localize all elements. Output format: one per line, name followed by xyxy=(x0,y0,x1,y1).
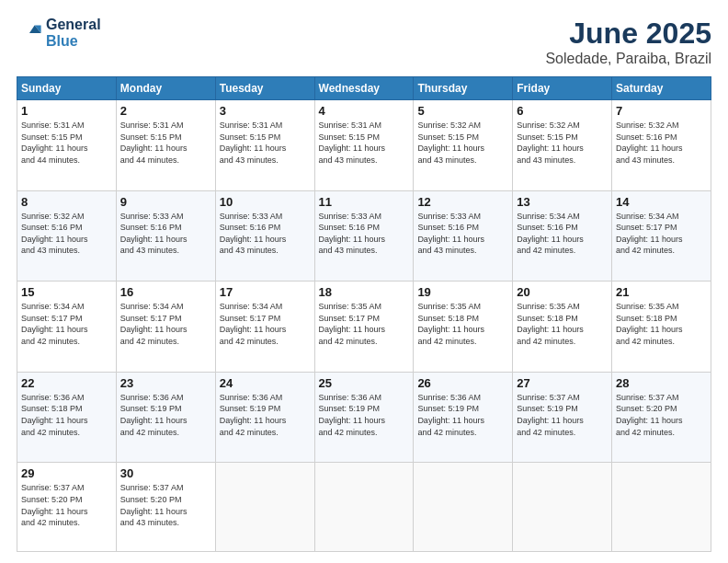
logo-general: General xyxy=(46,17,101,33)
day-number: 3 xyxy=(220,104,311,118)
calendar-header-row: Sunday Monday Tuesday Wednesday Thursday… xyxy=(17,77,711,100)
day-info: Sunrise: 5:32 AMSunset: 5:16 PMDaylight:… xyxy=(21,211,112,257)
day-info: Sunrise: 5:33 AMSunset: 5:16 PMDaylight:… xyxy=(120,211,211,257)
logo-icon xyxy=(17,20,42,46)
day-info: Sunrise: 5:37 AMSunset: 5:19 PMDaylight:… xyxy=(517,392,608,438)
day-number: 10 xyxy=(220,195,311,209)
table-row: 5Sunrise: 5:32 AMSunset: 5:15 PMDaylight… xyxy=(414,100,513,191)
day-info: Sunrise: 5:33 AMSunset: 5:16 PMDaylight:… xyxy=(319,211,410,257)
day-info: Sunrise: 5:33 AMSunset: 5:16 PMDaylight:… xyxy=(417,211,508,257)
day-number: 9 xyxy=(120,195,211,209)
table-row: 22Sunrise: 5:36 AMSunset: 5:18 PMDayligh… xyxy=(17,372,117,463)
day-number: 12 xyxy=(417,195,508,209)
day-info: Sunrise: 5:31 AMSunset: 5:15 PMDaylight:… xyxy=(220,120,311,166)
day-number: 2 xyxy=(120,104,211,118)
day-number: 6 xyxy=(517,104,608,118)
day-info: Sunrise: 5:31 AMSunset: 5:15 PMDaylight:… xyxy=(319,120,410,166)
logo: General Blue xyxy=(17,17,101,50)
day-info: Sunrise: 5:37 AMSunset: 5:20 PMDaylight:… xyxy=(21,482,112,528)
col-thursday: Thursday xyxy=(414,77,513,100)
day-info: Sunrise: 5:32 AMSunset: 5:16 PMDaylight:… xyxy=(616,120,707,166)
day-number: 5 xyxy=(417,104,508,118)
day-number: 19 xyxy=(417,285,508,299)
day-number: 7 xyxy=(616,104,707,118)
day-number: 26 xyxy=(417,376,508,390)
day-info: Sunrise: 5:36 AMSunset: 5:18 PMDaylight:… xyxy=(21,392,112,438)
day-info: Sunrise: 5:37 AMSunset: 5:20 PMDaylight:… xyxy=(120,482,211,528)
logo-text: General Blue xyxy=(46,17,101,50)
table-row xyxy=(215,463,314,552)
col-sunday: Sunday xyxy=(17,77,117,100)
day-info: Sunrise: 5:35 AMSunset: 5:18 PMDaylight:… xyxy=(517,301,608,347)
day-number: 21 xyxy=(616,285,707,299)
day-number: 17 xyxy=(220,285,311,299)
table-row: 6Sunrise: 5:32 AMSunset: 5:15 PMDaylight… xyxy=(513,100,612,191)
day-number: 16 xyxy=(120,285,211,299)
table-row: 10Sunrise: 5:33 AMSunset: 5:16 PMDayligh… xyxy=(215,190,314,282)
day-info: Sunrise: 5:34 AMSunset: 5:17 PMDaylight:… xyxy=(616,211,707,257)
table-row: 23Sunrise: 5:36 AMSunset: 5:19 PMDayligh… xyxy=(116,372,215,463)
day-info: Sunrise: 5:31 AMSunset: 5:15 PMDaylight:… xyxy=(21,120,112,166)
page: General Blue June 2025 Soledade, Paraiba… xyxy=(0,0,728,563)
day-info: Sunrise: 5:34 AMSunset: 5:17 PMDaylight:… xyxy=(21,301,112,347)
calendar-table: Sunday Monday Tuesday Wednesday Thursday… xyxy=(17,76,711,552)
col-monday: Monday xyxy=(116,77,215,100)
day-number: 28 xyxy=(616,376,707,390)
main-title: June 2025 xyxy=(545,17,711,51)
table-row: 14Sunrise: 5:34 AMSunset: 5:17 PMDayligh… xyxy=(612,190,711,282)
day-number: 30 xyxy=(120,466,211,480)
day-number: 11 xyxy=(319,195,410,209)
table-row: 25Sunrise: 5:36 AMSunset: 5:19 PMDayligh… xyxy=(314,372,414,463)
table-row: 4Sunrise: 5:31 AMSunset: 5:15 PMDaylight… xyxy=(314,100,414,191)
day-info: Sunrise: 5:36 AMSunset: 5:19 PMDaylight:… xyxy=(120,392,211,438)
day-info: Sunrise: 5:36 AMSunset: 5:19 PMDaylight:… xyxy=(220,392,311,438)
day-number: 23 xyxy=(120,376,211,390)
day-number: 18 xyxy=(319,285,410,299)
day-info: Sunrise: 5:32 AMSunset: 5:15 PMDaylight:… xyxy=(517,120,608,166)
col-saturday: Saturday xyxy=(612,77,711,100)
day-number: 14 xyxy=(616,195,707,209)
day-number: 27 xyxy=(517,376,608,390)
table-row: 12Sunrise: 5:33 AMSunset: 5:16 PMDayligh… xyxy=(414,190,513,282)
table-row: 30Sunrise: 5:37 AMSunset: 5:20 PMDayligh… xyxy=(116,463,215,552)
table-row: 20Sunrise: 5:35 AMSunset: 5:18 PMDayligh… xyxy=(513,282,612,373)
day-number: 15 xyxy=(21,285,112,299)
table-row: 16Sunrise: 5:34 AMSunset: 5:17 PMDayligh… xyxy=(116,282,215,373)
table-row: 1Sunrise: 5:31 AMSunset: 5:15 PMDaylight… xyxy=(17,100,117,191)
subtitle: Soledade, Paraiba, Brazil xyxy=(545,51,711,67)
table-row: 26Sunrise: 5:36 AMSunset: 5:19 PMDayligh… xyxy=(414,372,513,463)
day-info: Sunrise: 5:34 AMSunset: 5:17 PMDaylight:… xyxy=(220,301,311,347)
day-info: Sunrise: 5:36 AMSunset: 5:19 PMDaylight:… xyxy=(417,392,508,438)
day-info: Sunrise: 5:36 AMSunset: 5:19 PMDaylight:… xyxy=(319,392,410,438)
title-block: June 2025 Soledade, Paraiba, Brazil xyxy=(545,17,711,67)
day-number: 20 xyxy=(517,285,608,299)
table-row: 7Sunrise: 5:32 AMSunset: 5:16 PMDaylight… xyxy=(612,100,711,191)
col-wednesday: Wednesday xyxy=(314,77,414,100)
table-row: 9Sunrise: 5:33 AMSunset: 5:16 PMDaylight… xyxy=(116,190,215,282)
table-row: 28Sunrise: 5:37 AMSunset: 5:20 PMDayligh… xyxy=(612,372,711,463)
day-number: 24 xyxy=(220,376,311,390)
day-info: Sunrise: 5:34 AMSunset: 5:16 PMDaylight:… xyxy=(517,211,608,257)
day-number: 13 xyxy=(517,195,608,209)
table-row: 18Sunrise: 5:35 AMSunset: 5:17 PMDayligh… xyxy=(314,282,414,373)
table-row: 17Sunrise: 5:34 AMSunset: 5:17 PMDayligh… xyxy=(215,282,314,373)
table-row: 29Sunrise: 5:37 AMSunset: 5:20 PMDayligh… xyxy=(17,463,117,552)
day-info: Sunrise: 5:35 AMSunset: 5:18 PMDaylight:… xyxy=(616,301,707,347)
table-row: 2Sunrise: 5:31 AMSunset: 5:15 PMDaylight… xyxy=(116,100,215,191)
day-info: Sunrise: 5:31 AMSunset: 5:15 PMDaylight:… xyxy=(120,120,211,166)
header: General Blue June 2025 Soledade, Paraiba… xyxy=(17,17,711,67)
table-row: 24Sunrise: 5:36 AMSunset: 5:19 PMDayligh… xyxy=(215,372,314,463)
table-row xyxy=(414,463,513,552)
table-row: 11Sunrise: 5:33 AMSunset: 5:16 PMDayligh… xyxy=(314,190,414,282)
table-row xyxy=(513,463,612,552)
day-number: 22 xyxy=(21,376,112,390)
day-info: Sunrise: 5:34 AMSunset: 5:17 PMDaylight:… xyxy=(120,301,211,347)
table-row: 27Sunrise: 5:37 AMSunset: 5:19 PMDayligh… xyxy=(513,372,612,463)
table-row: 13Sunrise: 5:34 AMSunset: 5:16 PMDayligh… xyxy=(513,190,612,282)
table-row: 8Sunrise: 5:32 AMSunset: 5:16 PMDaylight… xyxy=(17,190,117,282)
day-number: 29 xyxy=(21,466,112,480)
day-info: Sunrise: 5:35 AMSunset: 5:17 PMDaylight:… xyxy=(319,301,410,347)
day-info: Sunrise: 5:37 AMSunset: 5:20 PMDaylight:… xyxy=(616,392,707,438)
day-number: 8 xyxy=(21,195,112,209)
day-number: 4 xyxy=(319,104,410,118)
